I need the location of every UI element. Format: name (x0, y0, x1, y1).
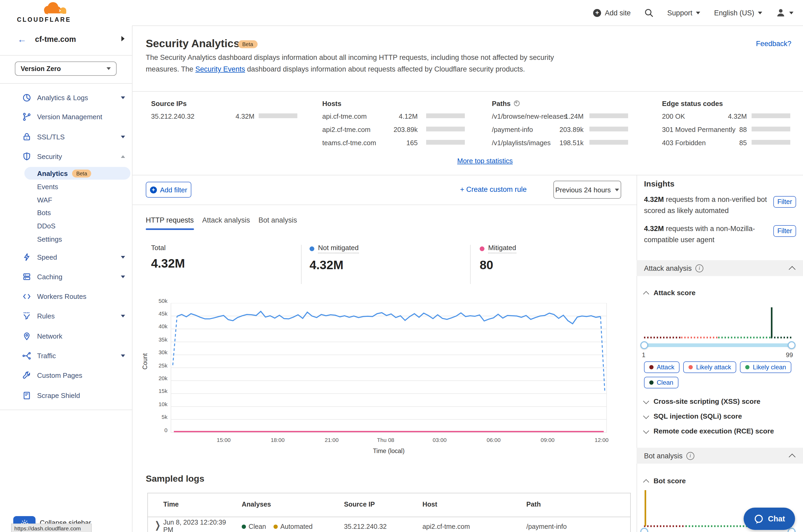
stat-bar (259, 113, 297, 118)
info-icon[interactable]: i (695, 264, 703, 272)
total-value: 4.32M (151, 256, 185, 271)
cell-host: api2.cf-tme.com (423, 523, 470, 530)
sidebar-item-traffic[interactable]: Traffic (0, 349, 132, 362)
insight-filter-button[interactable]: Filter (773, 196, 796, 208)
legend-chip-clean[interactable]: Clean (644, 377, 679, 388)
stat-row: api.cf-tme.com4.12M (322, 111, 481, 122)
stat-value: 1.24M (492, 112, 583, 120)
stat-bar (752, 140, 790, 145)
sidebar-item-workers-routes[interactable]: Workers Routes (0, 289, 132, 303)
sidebar-item-events[interactable]: Events (0, 179, 132, 193)
sidebar-item-security[interactable]: Security (0, 149, 132, 163)
feedback-link[interactable]: Feedback? (751, 40, 791, 48)
y-tick-label: 5k (146, 414, 168, 420)
tab-bot-analysis[interactable]: Bot analysis (258, 216, 297, 230)
bot-analysis-label: Bot analysis (644, 452, 683, 460)
insight-filter-button[interactable]: Filter (773, 225, 796, 237)
plus-circle-icon: + (150, 186, 157, 193)
attack-score-toggle[interactable]: Attack score (644, 289, 695, 297)
slider-handle-min[interactable] (640, 528, 648, 532)
sidebar-item-waf[interactable]: WAF (0, 193, 132, 207)
sidebar-item-label: Custom Pages (37, 371, 82, 379)
total-label[interactable]: Mitigated (480, 244, 516, 253)
attack-score-slider-track[interactable] (644, 343, 791, 347)
chat-button[interactable]: Chat (744, 508, 795, 530)
chat-label: Chat (768, 514, 785, 523)
total-mitigated: Mitigated80 (480, 244, 516, 272)
legend-dot (689, 365, 693, 369)
sidebar-item-rules[interactable]: Rules (0, 309, 132, 323)
legend-chip-likely-clean[interactable]: Likely clean (740, 361, 791, 373)
tab-http-requests[interactable]: HTTP requests (146, 216, 194, 230)
stat-bar (426, 113, 465, 118)
tab-attack-analysis[interactable]: Attack analysis (202, 216, 250, 230)
chevron-up-icon (643, 291, 649, 297)
sidebar-item-speed[interactable]: Speed (0, 250, 132, 264)
stat-row: 301 Moved Permanently88 (662, 125, 803, 135)
sidebar-item-label: DDoS (37, 222, 55, 230)
search-icon[interactable] (645, 8, 654, 17)
site-name[interactable]: cf-tme.com (35, 35, 76, 43)
legend-chip-attack[interactable]: Attack (644, 361, 680, 373)
sidebar-item-network[interactable]: Network (0, 329, 132, 343)
info-icon[interactable]: i (686, 452, 694, 460)
slider-handle-min[interactable] (640, 341, 648, 349)
site-expander-icon[interactable] (122, 36, 125, 41)
sidebar-item-label: Workers Routes (37, 292, 87, 300)
create-custom-rule-link[interactable]: + Create custom rule (460, 186, 527, 193)
chevron-down-icon (107, 67, 111, 70)
sidebar-item-version-management[interactable]: Version Management (0, 110, 132, 124)
sidebar-item-analytics-logs[interactable]: Analytics & Logs (0, 91, 132, 104)
wrench-icon (22, 370, 31, 380)
sidebar-item-label: Analytics & Logs (37, 94, 88, 101)
sidebar-item-label: Caching (37, 273, 62, 281)
legend-chip-likely-attack[interactable]: Likely attack (684, 361, 736, 373)
y-tick-label: 50k (146, 297, 168, 304)
sidebar-item-bots[interactable]: Bots (0, 206, 132, 220)
cloudflare-logo[interactable]: CLOUDFLARE (17, 1, 70, 24)
total-label[interactable]: Not mitigated (310, 244, 359, 253)
x-tick-label: 03:00 (433, 437, 447, 443)
attack-analysis-header[interactable]: Attack analysis i (637, 260, 803, 276)
collapsed-section-sql-injection[interactable]: SQL injection (SQLi) score (644, 412, 742, 420)
page-title: Security Analytics (146, 37, 240, 50)
back-arrow-icon[interactable]: ← (18, 35, 26, 45)
stat-value: 198.51k (492, 139, 583, 147)
slider-handle-max[interactable] (787, 341, 795, 349)
column-header-analyses: Analyses (242, 501, 271, 508)
bot-score-toggle[interactable]: Bot score (644, 477, 686, 485)
beta-badge: Beta (238, 40, 257, 48)
row-expand-chevron-icon[interactable]: ❯ (155, 519, 161, 530)
stat-bar (752, 113, 790, 118)
stat-value: 4.32M (662, 112, 747, 120)
http-requests-chart[interactable] (171, 303, 607, 434)
sidebar-item-analytics[interactable]: AnalyticsBeta (0, 166, 132, 180)
sidebar-item-label: Speed (37, 253, 57, 261)
series-dot (480, 246, 484, 251)
bot-analysis-header[interactable]: Bot analysis i (637, 448, 803, 464)
branch-icon (22, 112, 31, 121)
x-tick-label: 18:00 (270, 437, 285, 443)
language-menu[interactable]: English (US) (714, 9, 762, 17)
collapsed-section-remote-code-execution[interactable]: Remote code execution (RCE) score (644, 427, 774, 435)
collapsed-section-cross-site-scripting[interactable]: Cross-site scripting (XSS) score (644, 397, 760, 405)
sidebar-item-caching[interactable]: Caching (0, 270, 132, 284)
sidebar-item-settings[interactable]: Settings (0, 232, 132, 246)
sidebar-item-custom-pages[interactable]: Custom Pages (0, 368, 132, 382)
more-top-statistics-link[interactable]: More top statistics (440, 157, 530, 165)
sidebar-item-scrape-shield[interactable]: Scrape Shield (0, 388, 132, 402)
security-events-link[interactable]: Security Events (195, 65, 245, 73)
add-filter-button[interactable]: + Add filter (146, 182, 191, 198)
account-menu[interactable] (776, 8, 793, 18)
time-range-dropdown[interactable]: Previous 24 hours (553, 181, 621, 199)
sidebar-item-ssl-tls[interactable]: SSL/TLS (0, 130, 132, 144)
chevron-down-icon (121, 96, 125, 99)
add-site-button[interactable]: + Add site (593, 9, 631, 17)
lock-icon (22, 132, 31, 141)
stat-value: 85 (662, 139, 747, 147)
support-menu[interactable]: Support (667, 9, 701, 17)
version-selector[interactable]: Version Zero (15, 61, 117, 76)
y-tick-label: 45k (146, 310, 168, 317)
cloudflare-wordmark: CLOUDFLARE (17, 16, 71, 23)
sidebar-item-ddos[interactable]: DDoS (0, 219, 132, 233)
